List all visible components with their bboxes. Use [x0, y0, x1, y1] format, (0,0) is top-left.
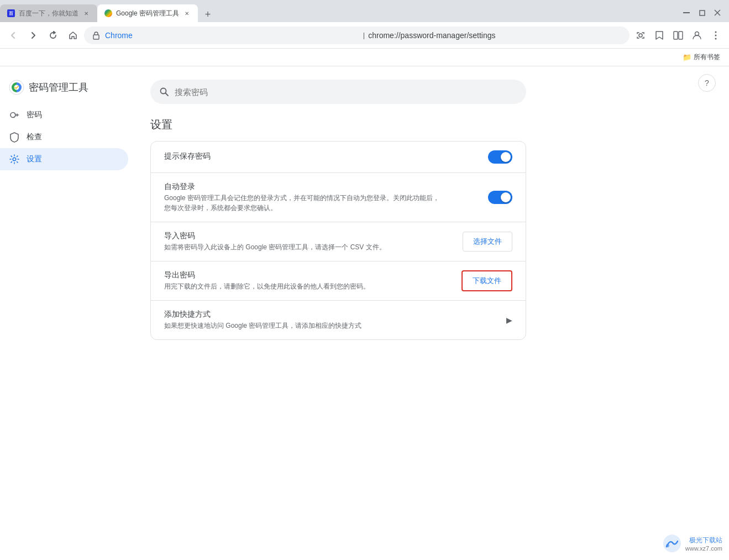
sidebar-item-passwords[interactable]: 密码	[0, 104, 128, 126]
address-url: chrome://password-manager/settings	[368, 31, 623, 40]
import-passwords-desc: 如需将密码导入此设备上的 Google 密码管理工具，请选择一个 CSV 文件。	[164, 242, 440, 252]
close-button[interactable]	[710, 6, 725, 20]
bookmark-button[interactable]	[651, 27, 668, 44]
tab-baidu-favicon: 百	[7, 9, 15, 18]
sidebar-item-settings-label: 设置	[27, 154, 42, 164]
watermark: 极光下载站 www.xz7.com	[662, 533, 722, 553]
export-passwords-desc: 用完下载的文件后，请删除它，以免使用此设备的他人看到您的密码。	[164, 281, 440, 291]
split-view-button[interactable]	[669, 27, 687, 44]
svg-rect-1	[700, 11, 705, 15]
toolbar-right	[632, 27, 725, 44]
svg-rect-5	[674, 32, 678, 39]
settings-page-title: 设置	[150, 117, 711, 132]
home-button[interactable]	[64, 27, 82, 44]
tab-baidu-title: 百度一下，你就知道	[19, 9, 78, 18]
svg-point-13	[11, 113, 15, 118]
sidebar-title: 密码管理工具	[29, 81, 88, 94]
toolbar: Chrome | chrome://password-manager/setti…	[0, 22, 729, 49]
svg-point-10	[715, 38, 717, 39]
search-bar[interactable]	[150, 80, 526, 104]
reload-button[interactable]	[44, 27, 62, 44]
sidebar-item-checkup-label: 检查	[27, 132, 42, 142]
tab-password-manager[interactable]: Google 密码管理工具 ✕	[97, 4, 198, 22]
auto-signin-desc: Google 密码管理工具会记住您的登录方式，并在可能的情况下自动为您登录。关闭…	[164, 193, 440, 213]
import-passwords-label: 导入密码	[164, 231, 454, 241]
maximize-button[interactable]	[695, 6, 709, 20]
import-passwords-button[interactable]: 选择文件	[463, 232, 512, 252]
watermark-logo	[662, 533, 682, 553]
export-passwords-row: 导出密码 用完下载的文件后，请删除它，以免使用此设备的他人看到您的密码。 下载文…	[151, 261, 526, 301]
forward-button[interactable]	[24, 27, 42, 44]
key-icon	[9, 109, 20, 121]
address-separator: |	[363, 31, 365, 39]
search-input[interactable]	[175, 87, 517, 97]
all-bookmarks-folder[interactable]: 📁 所有书签	[678, 50, 725, 64]
main-panel: 设置 提示保存密码 自动登录 Google 密码管理工具会记住您的登录方式，并在…	[133, 66, 729, 560]
minimize-button[interactable]	[679, 6, 694, 20]
svg-point-8	[715, 31, 717, 33]
auto-signin-toggle[interactable]	[488, 191, 512, 204]
add-shortcut-row[interactable]: 添加快捷方式 如果想更快速地访问 Google 密码管理工具，请添加相应的快捷方…	[151, 301, 526, 339]
new-tab-button[interactable]: +	[200, 7, 216, 22]
tab-pm-favicon	[104, 9, 113, 18]
content-area: 密码管理工具 密码 检查	[0, 66, 729, 560]
svg-point-14	[13, 158, 16, 161]
window-controls	[675, 6, 729, 20]
svg-rect-4	[93, 35, 99, 39]
add-shortcut-content: 添加快捷方式 如果想更快速地访问 Google 密码管理工具，请添加相应的快捷方…	[164, 310, 506, 331]
add-shortcut-desc: 如果想更快速地访问 Google 密码管理工具，请添加相应的快捷方式	[164, 321, 440, 331]
sidebar: 密码管理工具 密码 检查	[0, 66, 133, 560]
tab-baidu[interactable]: 百 百度一下，你就知道 ✕	[0, 4, 97, 22]
bookmarks-bar: 📁 所有书签	[0, 49, 729, 66]
menu-button[interactable]	[707, 27, 725, 44]
export-passwords-label: 导出密码	[164, 270, 453, 280]
export-passwords-content: 导出密码 用完下载的文件后，请删除它，以免使用此设备的他人看到您的密码。	[164, 270, 453, 291]
lock-icon	[91, 30, 102, 41]
svg-rect-0	[683, 12, 690, 13]
tab-pm-title: Google 密码管理工具	[116, 9, 179, 18]
save-passwords-row: 提示保存密码	[151, 142, 526, 173]
import-passwords-row: 导入密码 如需将密码导入此设备上的 Google 密码管理工具，请选择一个 CS…	[151, 222, 526, 261]
save-passwords-toggle[interactable]	[488, 150, 512, 164]
auto-signin-row: 自动登录 Google 密码管理工具会记住您的登录方式，并在可能的情况下自动为您…	[151, 173, 526, 222]
address-chrome-label: Chrome	[105, 31, 360, 40]
auto-signin-content: 自动登录 Google 密码管理工具会记住您的登录方式，并在可能的情况下自动为您…	[164, 182, 479, 213]
folder-label: 所有书签	[694, 53, 720, 62]
settings-card: 提示保存密码 自动登录 Google 密码管理工具会记住您的登录方式，并在可能的…	[150, 141, 526, 340]
svg-line-16	[166, 93, 169, 96]
help-icon: ?	[705, 78, 709, 87]
sidebar-item-settings[interactable]: 设置	[0, 148, 128, 170]
svg-point-17	[663, 535, 681, 552]
watermark-text-block: 极光下载站 www.xz7.com	[685, 536, 722, 552]
tabs-area: 百 百度一下，你就知道 ✕ Google 密码管理工具 ✕ +	[0, 4, 675, 22]
tab-baidu-close[interactable]: ✕	[82, 9, 91, 18]
address-bar[interactable]: Chrome | chrome://password-manager/setti…	[84, 27, 630, 44]
title-bar: 百 百度一下，你就知道 ✕ Google 密码管理工具 ✕ +	[0, 0, 729, 22]
sidebar-item-passwords-label: 密码	[27, 110, 42, 120]
auto-signin-label: 自动登录	[164, 182, 479, 192]
gear-icon	[9, 154, 20, 165]
svg-rect-6	[679, 32, 683, 39]
pm-logo	[9, 80, 24, 95]
svg-point-18	[666, 544, 669, 547]
folder-icon: 📁	[683, 53, 691, 61]
watermark-url: www.xz7.com	[685, 545, 722, 552]
back-button[interactable]	[4, 27, 22, 44]
sidebar-item-checkup[interactable]: 检查	[0, 126, 128, 148]
screenshot-button[interactable]	[632, 27, 649, 44]
save-passwords-label: 提示保存密码	[164, 151, 488, 161]
export-passwords-button[interactable]: 下载文件	[461, 270, 512, 291]
profile-button[interactable]	[688, 27, 706, 44]
import-passwords-content: 导入密码 如需将密码导入此设备上的 Google 密码管理工具，请选择一个 CS…	[164, 231, 454, 252]
save-passwords-content: 提示保存密码	[164, 151, 488, 163]
add-shortcut-label: 添加快捷方式	[164, 310, 506, 320]
search-icon	[159, 87, 169, 97]
shield-icon	[9, 132, 20, 143]
help-button[interactable]: ?	[698, 74, 716, 92]
svg-point-9	[715, 34, 717, 36]
arrow-right-icon: ▶	[506, 316, 512, 325]
watermark-site: 极光下载站	[689, 536, 722, 545]
tab-pm-close[interactable]: ✕	[182, 9, 191, 18]
sidebar-header: 密码管理工具	[0, 75, 133, 104]
